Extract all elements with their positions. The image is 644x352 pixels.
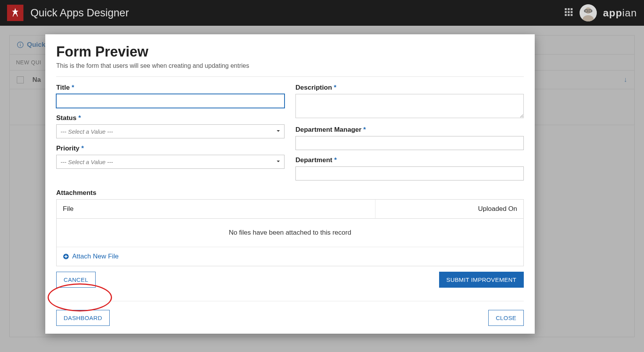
user-avatar[interactable]	[580, 4, 597, 21]
top-bar: Quick Apps Designer appian	[0, 0, 644, 26]
brand-accent: ian	[622, 7, 637, 19]
close-button[interactable]: CLOSE	[488, 310, 524, 326]
department-input[interactable]	[295, 166, 524, 180]
attach-new-file-link[interactable]: Attach New File	[57, 247, 523, 266]
title-input[interactable]	[56, 94, 285, 108]
status-select[interactable]	[56, 124, 285, 138]
description-label: Description *	[295, 84, 524, 92]
chevron-down-icon	[276, 128, 281, 135]
modal-subtitle: This is the form that users will see whe…	[56, 62, 524, 69]
priority-select[interactable]	[56, 155, 285, 169]
plus-circle-icon	[63, 253, 69, 260]
svg-rect-4	[568, 11, 570, 13]
form-preview-modal: Form Preview This is the form that users…	[45, 34, 535, 334]
priority-label: Priority *	[56, 145, 285, 152]
app-title: Quick Apps Designer	[30, 7, 129, 19]
dashboard-button[interactable]: DASHBOARD	[56, 310, 110, 326]
attachments-col-file: File	[57, 200, 375, 218]
apps-grid-icon[interactable]	[564, 7, 573, 18]
svg-rect-7	[568, 14, 570, 16]
svg-rect-8	[571, 14, 573, 16]
attachments-empty: No files have been attached to this reco…	[57, 219, 523, 247]
svg-rect-3	[565, 11, 567, 13]
cancel-button[interactable]: CANCEL	[56, 272, 96, 288]
description-textarea[interactable]	[295, 94, 524, 118]
dept-mgr-label: Department Manager *	[295, 126, 524, 134]
svg-rect-2	[571, 8, 573, 10]
svg-point-10	[585, 7, 591, 14]
app-logo-icon	[7, 5, 23, 21]
dept-mgr-input[interactable]	[295, 136, 524, 150]
brand-logo: appian	[603, 7, 637, 19]
svg-rect-0	[565, 8, 567, 10]
status-label: Status *	[56, 114, 285, 122]
department-label: Department *	[295, 156, 524, 164]
svg-rect-1	[568, 8, 570, 10]
svg-rect-6	[565, 14, 567, 16]
submit-button[interactable]: SUBMIT IMPROVEMENT	[439, 272, 524, 288]
divider	[56, 76, 524, 77]
chevron-down-icon	[276, 158, 281, 165]
required-mark: *	[71, 84, 74, 91]
attachments-col-uploaded: Uploaded On	[375, 200, 523, 218]
brand-main: app	[603, 7, 622, 19]
attachments-table: File Uploaded On No files have been atta…	[56, 199, 524, 266]
title-label: Title *	[56, 84, 285, 92]
attachments-section-title: Attachments	[56, 189, 524, 197]
svg-rect-20	[64, 256, 68, 257]
modal-title: Form Preview	[56, 44, 524, 60]
svg-rect-5	[571, 11, 573, 13]
attach-new-file-label: Attach New File	[72, 253, 119, 260]
